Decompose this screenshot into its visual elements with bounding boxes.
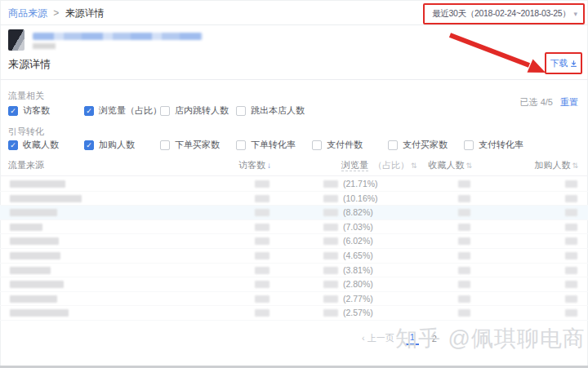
checkbox[interactable]: ✓ (84, 106, 94, 116)
source-name-redacted (10, 224, 42, 231)
filter-option[interactable]: 跳出本店人数 (236, 104, 312, 117)
pageviews-share-value: (4.65%) (343, 249, 373, 264)
checkbox[interactable] (236, 106, 246, 116)
favorites-value-redacted (458, 252, 470, 259)
breadcrumb-separator: > (53, 7, 59, 19)
favorites-value-redacted (458, 309, 470, 317)
favorites-value-redacted (458, 180, 470, 188)
column-header-favorites[interactable]: 收藏人数⇅ (428, 159, 472, 171)
checkbox[interactable] (388, 140, 398, 150)
table-row[interactable]: (2.57%) (0, 306, 588, 321)
favorites-value-redacted (458, 195, 470, 202)
visitors-value-redacted (255, 224, 270, 231)
pageviews-share-value: (3.81%) (343, 264, 373, 278)
prev-page-button[interactable]: ‹上一页 (362, 332, 394, 344)
breadcrumb: 商品来源 > 来源详情 (8, 7, 105, 20)
download-icon (570, 60, 577, 68)
pageviews-value-redacted (323, 267, 338, 274)
cart-adds-value-redacted (565, 281, 577, 288)
checkbox[interactable] (160, 140, 170, 150)
filter-option[interactable]: 支付件数 (312, 139, 388, 151)
visitors-value-redacted (255, 195, 270, 202)
cart-adds-value-redacted (565, 224, 577, 231)
favorites-value-redacted (458, 267, 470, 274)
product-title-redacted[interactable] (33, 33, 203, 40)
breadcrumb-current: 来源详情 (65, 7, 105, 19)
cart-adds-value-redacted (565, 309, 577, 317)
cart-adds-value-redacted (565, 267, 577, 274)
reset-button[interactable]: 重置 (560, 97, 578, 107)
sort-icon[interactable]: ⇅ (572, 162, 578, 170)
prev-page-label: 上一页 (368, 333, 394, 343)
filter-option[interactable]: ✓ 浏览量（占比） (84, 104, 160, 117)
cart-adds-value-redacted (565, 252, 577, 259)
table-row[interactable]: (6.02%) (0, 234, 588, 249)
filter-option[interactable]: ✓ 访客数 (8, 104, 84, 117)
checkbox-label: 支付件数 (327, 139, 363, 151)
favorites-value-redacted (458, 237, 470, 245)
download-label: 下载 (550, 57, 568, 69)
table-row[interactable]: (3.81%) (0, 264, 588, 278)
column-header-pageviews-sub: （占比） (373, 160, 409, 170)
checkbox[interactable]: ✓ (84, 140, 94, 150)
column-header-cart-adds[interactable]: 加购人数⇅ (534, 159, 578, 171)
pageviews-share-value: (2.80%) (343, 277, 373, 292)
table-row[interactable]: (2.80%) (0, 277, 588, 292)
table-row[interactable]: (8.82%) (0, 206, 588, 220)
filter-option[interactable]: 支付买家数 (388, 139, 464, 151)
checkbox[interactable] (236, 140, 246, 150)
checkbox[interactable] (464, 140, 474, 150)
pageviews-share-value: (6.02%) (343, 234, 373, 249)
column-header-pageviews[interactable]: 浏览量（占比）⇅ (341, 159, 417, 171)
product-subtext-redacted (33, 43, 56, 49)
column-header-source[interactable]: 流量来源 (8, 159, 44, 171)
pageviews-value-redacted (323, 237, 338, 245)
filter-option[interactable]: 店内跳转人数 (160, 104, 236, 117)
filter-option[interactable]: 下单买家数 (160, 139, 236, 151)
pageviews-share-value: (2.57%) (343, 306, 373, 321)
filter-group-label-conversion: 引导转化 (8, 126, 44, 138)
watermark: 知乎 @佩琪聊电商 (395, 324, 586, 353)
table-row[interactable]: (7.03%) (0, 220, 588, 235)
filter-option[interactable]: 支付转化率 (464, 139, 540, 151)
cart-adds-value-redacted (565, 237, 577, 245)
sort-icon[interactable]: ⇅ (411, 162, 417, 170)
date-range-value: 最近30天（2018-02-24~2018-03-25） (432, 8, 570, 20)
table-row[interactable]: (2.77%) (0, 292, 588, 307)
checkbox[interactable]: ✓ (8, 106, 18, 116)
checkbox-label: 访客数 (23, 104, 50, 117)
pageviews-share-value: (2.77%) (343, 292, 373, 307)
download-button[interactable]: 下载 (550, 57, 577, 69)
favorites-value-redacted (458, 295, 470, 303)
divider (0, 24, 588, 25)
checkbox-label: 下单转化率 (251, 139, 296, 151)
visitors-value-redacted (255, 180, 270, 188)
checkbox[interactable]: ✓ (8, 140, 18, 150)
checkbox-label: 支付转化率 (479, 139, 523, 151)
source-name-redacted (10, 267, 51, 274)
column-header-visitors[interactable]: 访客数↓ (238, 159, 271, 171)
table-header: 流量来源 访客数↓ 浏览量（占比）⇅ 收藏人数⇅ 加购人数⇅ (0, 159, 588, 175)
table-row[interactable]: (10.16%) (0, 192, 588, 206)
table-row[interactable]: (4.65%) (0, 249, 588, 264)
date-range-selector[interactable]: 最近30天（2018-02-24~2018-03-25） ▾ (423, 3, 585, 24)
selected-count: 已选 4/5 重置 (520, 96, 578, 109)
checkbox[interactable] (312, 140, 322, 150)
filter-option[interactable]: 下单转化率 (236, 139, 312, 151)
visitors-value-redacted (255, 252, 270, 259)
source-name-redacted (10, 209, 57, 216)
product-thumbnail (8, 29, 24, 51)
source-name-redacted (10, 309, 69, 317)
favorites-value-redacted (458, 224, 470, 231)
pageviews-share-value: (10.16%) (343, 192, 378, 206)
checkbox[interactable] (160, 106, 170, 116)
sort-icon[interactable]: ⇅ (466, 162, 472, 170)
source-name-redacted (10, 295, 57, 303)
breadcrumb-link-parent[interactable]: 商品来源 (8, 7, 47, 19)
filter-option[interactable]: ✓ 加购人数 (84, 139, 160, 151)
sort-desc-icon[interactable]: ↓ (267, 161, 271, 170)
cart-adds-value-redacted (565, 180, 577, 188)
filter-option[interactable]: ✓ 收藏人数 (8, 139, 84, 151)
table-row[interactable]: (21.71%) (0, 177, 588, 192)
checkbox-label: 加购人数 (99, 139, 135, 151)
